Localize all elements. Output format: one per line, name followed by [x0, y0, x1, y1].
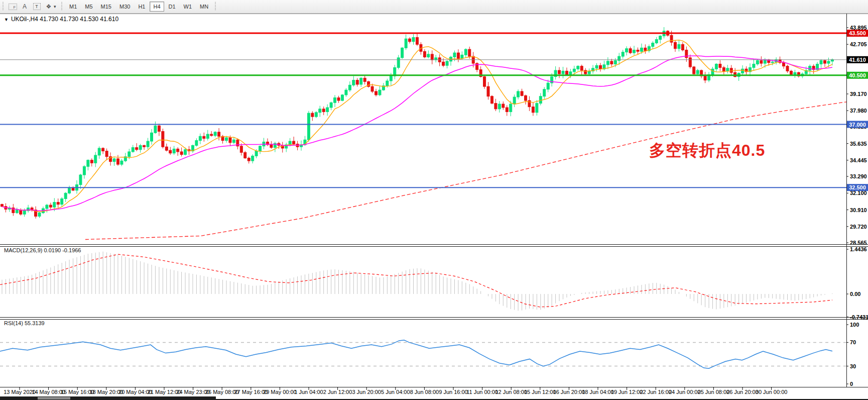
bottom-bar-segment — [38, 397, 70, 399]
mt4-window: F A T ❖ ▾ M1 M5 M15 M30 H1 H4 D1 W1 MN 4… — [0, 0, 868, 400]
svg-text:42.705: 42.705 — [850, 41, 867, 47]
svg-text:-0.7431: -0.7431 — [850, 314, 868, 320]
svg-text:29 May 00:00: 29 May 00:00 — [263, 389, 297, 395]
rsi-axis-labels: 10070300 — [846, 322, 859, 387]
svg-text:18 Jun 04:00: 18 Jun 04:00 — [582, 389, 614, 395]
svg-text:41.610: 41.610 — [849, 57, 866, 63]
svg-text:13 May 2020: 13 May 2020 — [4, 389, 36, 395]
candles-layer — [1, 27, 834, 219]
svg-text:32.500: 32.500 — [849, 184, 866, 190]
svg-text:15 Jun 12:00: 15 Jun 12:00 — [524, 389, 556, 395]
svg-text:40.500: 40.500 — [849, 72, 866, 78]
panel-separators — [0, 14, 868, 387]
svg-text:2 Jun 12:00: 2 Jun 12:00 — [323, 389, 352, 395]
svg-text:43.500: 43.500 — [849, 30, 866, 36]
svg-text:25 Jun 08:00: 25 Jun 08:00 — [698, 389, 730, 395]
svg-text:1 Jun 04:00: 1 Jun 04:00 — [294, 389, 323, 395]
svg-text:22 Jun 16:00: 22 Jun 16:00 — [640, 389, 672, 395]
svg-text:5 Jun 04:00: 5 Jun 04:00 — [381, 389, 410, 395]
macd-axis-labels: 1.44360.00-0.7431 — [846, 246, 868, 320]
macd-histogram — [2, 252, 832, 311]
svg-text:1.4436: 1.4436 — [850, 246, 867, 252]
svg-text:29.720: 29.720 — [850, 224, 867, 230]
svg-text:0: 0 — [850, 381, 853, 387]
svg-text:16 Jun 20:00: 16 Jun 20:00 — [553, 389, 585, 395]
rsi-line — [0, 340, 832, 369]
svg-text:9 Jun 16:00: 9 Jun 16:00 — [439, 389, 468, 395]
macd-indicator-label: MACD(12,26,9) 0.0190 -0.1966 — [4, 247, 81, 253]
svg-text:70: 70 — [850, 339, 856, 345]
svg-text:11 Jun 00:00: 11 Jun 00:00 — [466, 389, 498, 395]
chart-menu-caret-icon[interactable]: ▼ — [4, 17, 9, 22]
macd-signal-line — [0, 254, 832, 307]
chart-canvas[interactable]: 43.89542.70539.17037.98036.82535.63534.4… — [0, 0, 868, 400]
svg-text:100: 100 — [850, 322, 859, 328]
ma-fast-line — [2, 40, 832, 212]
rsi-indicator-label: RSI(14) 55.3139 — [4, 320, 45, 326]
chart-ohlc-title: ▼UKOil-,H4 41.730 41.730 41.530 41.610 — [4, 16, 118, 23]
svg-text:8 Jun 08:00: 8 Jun 08:00 — [410, 389, 439, 395]
svg-text:19 Jun 12:00: 19 Jun 12:00 — [611, 389, 643, 395]
svg-text:39.170: 39.170 — [850, 91, 867, 97]
svg-text:28.565: 28.565 — [850, 240, 867, 246]
bottom-bar — [0, 396, 216, 400]
rsi-guides — [0, 342, 846, 366]
svg-text:33.290: 33.290 — [850, 173, 867, 179]
svg-text:26 Jun 20:00: 26 Jun 20:00 — [726, 389, 759, 395]
svg-text:37.980: 37.980 — [850, 108, 867, 114]
ma-long-line — [85, 102, 846, 240]
time-axis-labels: 13 May 202014 May 08:0015 May 16:0018 Ma… — [4, 387, 787, 395]
chart-annotation-text: 多空转折点40.5 — [649, 140, 765, 162]
svg-text:30 Jun 00:00: 30 Jun 00:00 — [756, 389, 788, 395]
symbol-ohlc-text: UKOil-,H4 41.730 41.730 41.530 41.610 — [11, 16, 118, 23]
svg-text:30: 30 — [850, 363, 856, 369]
svg-text:12 Jun 08:00: 12 Jun 08:00 — [495, 389, 527, 395]
svg-text:0.00: 0.00 — [850, 291, 860, 297]
svg-text:34.445: 34.445 — [850, 157, 867, 163]
svg-text:30.910: 30.910 — [850, 207, 867, 213]
svg-text:24 Jun 00:00: 24 Jun 00:00 — [669, 389, 701, 395]
svg-text:35.635: 35.635 — [850, 141, 867, 147]
svg-text:37.000: 37.000 — [849, 122, 866, 128]
svg-text:3 Jun 20:00: 3 Jun 20:00 — [352, 389, 381, 395]
